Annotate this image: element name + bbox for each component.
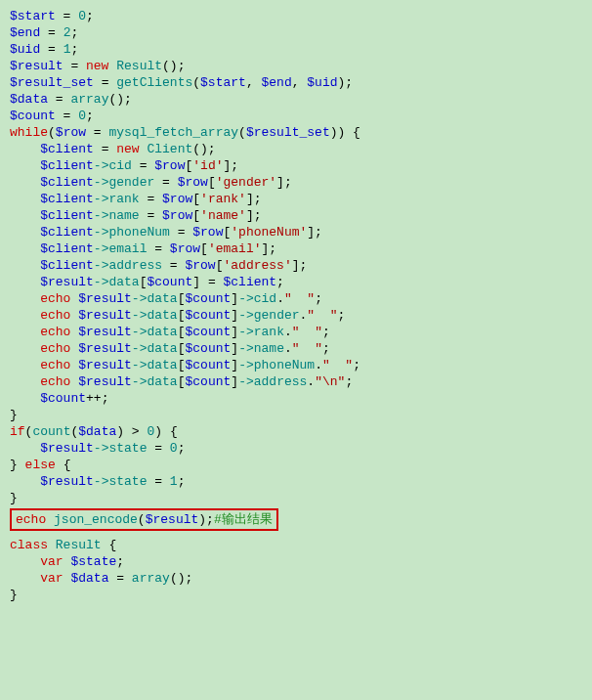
code-line: $client->email = $row['email']; <box>10 241 563 257</box>
code-line: $end = 2; <box>10 24 563 41</box>
variable: $client <box>40 258 94 273</box>
string: 'rank' <box>200 192 246 206</box>
property: data <box>147 325 177 339</box>
keyword: echo <box>40 358 70 372</box>
property: email <box>108 241 147 256</box>
code-line: $result->state = 1; <box>10 473 563 490</box>
code-line: if(count($data) > 0) { <box>10 423 563 440</box>
variable: $row <box>170 241 200 256</box>
keyword: var <box>40 571 63 586</box>
property: state <box>108 441 147 456</box>
code-line: $result_set = getClients($start, $end, $… <box>10 74 563 91</box>
function-name: mysql_fetch_array <box>108 125 238 140</box>
variable: $start <box>200 75 246 90</box>
code-line: var $state; <box>10 553 563 570</box>
variable: $client <box>40 158 94 173</box>
property: data <box>147 291 177 306</box>
property: data <box>147 341 177 356</box>
comment: #输出结果 <box>214 512 273 527</box>
code-line: class Result { <box>10 537 563 553</box>
variable: $end <box>261 75 291 90</box>
code-line: echo $result->data[$count]->phoneNum." "… <box>10 357 563 373</box>
property: cid <box>108 158 131 173</box>
code-line: $client->phoneNum = $row['phoneNum']; <box>10 224 563 241</box>
class-name: Result <box>108 59 162 73</box>
variable: $row <box>56 125 86 140</box>
code-line: } <box>10 490 563 506</box>
function-name: json_encode <box>54 512 138 527</box>
code-line: } <box>10 407 563 423</box>
variable: $count <box>10 109 56 123</box>
code-line: $start = 0; <box>10 8 563 24</box>
variable: $data <box>70 571 108 586</box>
code-line: echo $result->data[$count]->cid." "; <box>10 290 563 307</box>
variable: $result <box>40 441 94 456</box>
property: data <box>147 358 177 372</box>
variable: $client <box>40 175 94 190</box>
variable: $result <box>10 59 63 73</box>
keyword: new <box>86 59 108 73</box>
string: 'name' <box>200 208 246 223</box>
code-line: $client->name = $row['name']; <box>10 207 563 224</box>
code-line: $client->cid = $row['id']; <box>10 157 563 174</box>
variable: $client <box>40 208 94 223</box>
variable: $count <box>186 358 232 372</box>
string: 'gender' <box>216 175 276 190</box>
variable: $row <box>162 208 192 223</box>
variable: $state <box>70 554 116 569</box>
variable: $client <box>40 142 94 156</box>
variable: $client <box>40 225 94 240</box>
string: "\n" <box>315 374 345 389</box>
keyword: echo <box>40 308 70 323</box>
variable: $result_set <box>10 75 94 90</box>
code-line: $result = new Result(); <box>10 58 563 74</box>
code-line: echo $result->data[$count]->name." "; <box>10 340 563 357</box>
keyword: echo <box>40 291 70 306</box>
variable: $row <box>185 258 215 273</box>
variable: $result <box>78 325 132 339</box>
number: 0 <box>78 109 86 123</box>
string: " " <box>292 341 322 356</box>
variable: $result <box>146 512 199 527</box>
variable: $start <box>10 9 56 23</box>
property: data <box>147 374 177 389</box>
property: name <box>108 208 139 223</box>
code-line: $data = array(); <box>10 91 563 108</box>
variable: $count <box>186 291 232 306</box>
variable: $result <box>40 275 94 289</box>
variable: $data <box>10 92 48 107</box>
variable: $result <box>78 308 132 323</box>
code-line: } else { <box>10 457 563 473</box>
keyword: echo <box>40 341 70 356</box>
keyword: else <box>25 458 56 472</box>
variable: $count <box>186 341 232 356</box>
variable: $data <box>78 424 116 439</box>
number: 0 <box>170 441 178 456</box>
code-line: var $data = array(); <box>10 570 563 587</box>
property: rank <box>108 192 139 206</box>
keyword: echo <box>16 512 46 527</box>
variable: $count <box>40 391 86 406</box>
property: cid <box>254 291 276 306</box>
keyword: if <box>10 424 25 439</box>
variable: $client <box>224 275 277 289</box>
variable: $count <box>186 325 232 339</box>
variable: $end <box>10 25 40 40</box>
property: gender <box>108 175 154 190</box>
property: phoneNum <box>108 225 169 240</box>
code-line: $client->address = $row['address']; <box>10 257 563 274</box>
keyword: var <box>40 554 63 569</box>
variable: $row <box>192 225 223 240</box>
function-name: getClients <box>116 75 192 90</box>
keyword: new <box>116 142 139 156</box>
property: phoneNum <box>254 358 315 372</box>
string: 'email' <box>208 241 262 256</box>
variable: $result <box>78 341 132 356</box>
code-line: $result->data[$count] = $client; <box>10 274 563 290</box>
variable: $count <box>147 275 192 289</box>
property: address <box>108 258 162 273</box>
string: 'address' <box>223 258 291 273</box>
function-name: array <box>70 92 108 107</box>
string: " " <box>322 358 353 372</box>
code-line: $client->rank = $row['rank']; <box>10 191 563 207</box>
